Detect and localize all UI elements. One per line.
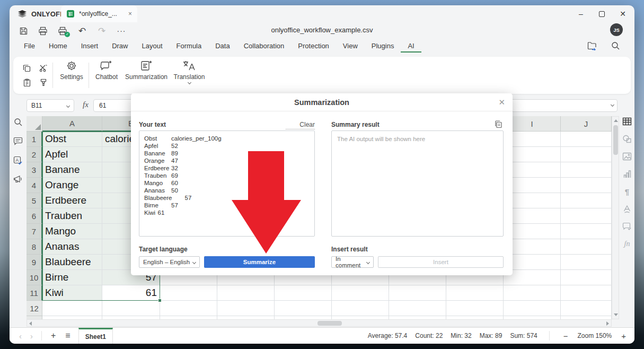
row-header-2[interactable]: 2 bbox=[27, 147, 42, 162]
zoom-level[interactable]: Zoom 150% bbox=[578, 332, 612, 339]
cell-A4[interactable]: Orange bbox=[42, 178, 102, 193]
cell-J12[interactable] bbox=[561, 301, 612, 316]
sheet-list-button[interactable]: ≡ bbox=[60, 331, 75, 341]
cell-A9[interactable]: Blaubeere bbox=[42, 255, 102, 270]
row-header-1[interactable]: 1 bbox=[27, 132, 42, 147]
row-header-9[interactable]: 9 bbox=[27, 255, 42, 270]
column-header-J[interactable]: J bbox=[561, 116, 612, 132]
cell-A1[interactable]: Obst bbox=[42, 132, 102, 147]
menu-tab-insert[interactable]: Insert bbox=[74, 40, 105, 53]
ai-settings-button[interactable]: Settings bbox=[57, 60, 86, 81]
cell-J1[interactable] bbox=[561, 132, 612, 147]
user-avatar[interactable]: JS bbox=[610, 23, 623, 36]
scroll-down-icon[interactable] bbox=[614, 313, 618, 316]
search-icon[interactable] bbox=[610, 40, 621, 51]
cell-J3[interactable] bbox=[561, 162, 612, 178]
column-header-A[interactable]: A bbox=[42, 116, 102, 132]
copy-style-button[interactable] bbox=[38, 77, 49, 88]
cell-E11[interactable] bbox=[275, 285, 332, 301]
cell-J11[interactable] bbox=[561, 285, 612, 301]
clear-link[interactable]: Clear bbox=[286, 121, 315, 129]
row-header-5[interactable]: 5 bbox=[27, 193, 42, 208]
horizontal-scrollbar[interactable] bbox=[27, 319, 612, 327]
vertical-scroll-thumb[interactable] bbox=[613, 125, 618, 155]
menu-tab-draw[interactable]: Draw bbox=[105, 40, 135, 53]
cell-G11[interactable] bbox=[389, 285, 446, 301]
menu-tab-collaboration[interactable]: Collaboration bbox=[237, 40, 292, 53]
chatbot-button[interactable]: Chatbot bbox=[93, 60, 120, 81]
cell-A6[interactable]: Trauben bbox=[42, 208, 102, 224]
document-tab[interactable]: *onlyoffice_... × bbox=[61, 5, 137, 22]
cell-B11[interactable]: 61 bbox=[102, 285, 160, 301]
menu-tab-formula[interactable]: Formula bbox=[170, 40, 209, 53]
cell-J7[interactable] bbox=[561, 224, 612, 239]
row-header-3[interactable]: 3 bbox=[27, 162, 42, 178]
cell-J2[interactable] bbox=[561, 147, 612, 162]
menu-tab-ai[interactable]: AI bbox=[401, 40, 421, 53]
cell-F12[interactable] bbox=[332, 301, 389, 316]
menu-tab-home[interactable]: Home bbox=[42, 40, 74, 53]
cell-H11[interactable] bbox=[446, 285, 504, 301]
comments-icon[interactable] bbox=[13, 136, 23, 146]
menu-tab-protection[interactable]: Protection bbox=[291, 40, 336, 53]
dialog-header[interactable]: Summarization ✕ bbox=[131, 93, 513, 111]
row-header-7[interactable]: 7 bbox=[27, 224, 42, 239]
row-header-4[interactable]: 4 bbox=[27, 178, 42, 193]
scroll-left-icon[interactable] bbox=[29, 321, 32, 326]
cell-I12[interactable] bbox=[504, 301, 561, 316]
chart-settings-icon[interactable] bbox=[622, 169, 632, 179]
cell-D11[interactable] bbox=[217, 285, 275, 301]
close-window-button[interactable]: ✕ bbox=[619, 10, 627, 18]
menu-tab-view[interactable]: View bbox=[336, 40, 365, 53]
cell-D12[interactable] bbox=[217, 301, 275, 316]
row-header-12[interactable]: 12 bbox=[27, 301, 42, 316]
row-header-6[interactable]: 6 bbox=[27, 208, 42, 224]
menu-tab-plugins[interactable]: Plugins bbox=[365, 40, 401, 53]
copy-button[interactable] bbox=[22, 63, 32, 74]
slicer-settings-icon[interactable] bbox=[622, 221, 632, 232]
paragraph-settings-icon[interactable]: ¶ bbox=[622, 186, 632, 197]
cell-J5[interactable] bbox=[561, 193, 612, 208]
feedback-icon[interactable] bbox=[13, 174, 23, 185]
cell-J9[interactable] bbox=[561, 255, 612, 270]
minimize-button[interactable]: – bbox=[577, 10, 585, 18]
scroll-right-icon[interactable] bbox=[606, 321, 609, 326]
spellcheck-icon[interactable]: A bbox=[13, 155, 23, 165]
row-header-10[interactable]: 10 bbox=[27, 270, 42, 285]
your-text-input[interactable]: Obst calories_per_100g Apfel 52 Banane 8… bbox=[139, 130, 315, 237]
add-sheet-button[interactable]: + bbox=[46, 331, 60, 341]
menu-tab-data[interactable]: Data bbox=[208, 40, 236, 53]
vertical-scrollbar[interactable] bbox=[612, 116, 619, 319]
chevron-down-icon[interactable] bbox=[187, 81, 191, 84]
cell-C11[interactable] bbox=[160, 285, 217, 301]
find-icon[interactable] bbox=[13, 117, 23, 127]
cell-A3[interactable]: Banane bbox=[42, 162, 102, 178]
row-header-8[interactable]: 8 bbox=[27, 239, 42, 255]
cell-J8[interactable] bbox=[561, 239, 612, 255]
cell-J4[interactable] bbox=[561, 178, 612, 193]
cell-A7[interactable]: Mango bbox=[42, 224, 102, 239]
translation-button[interactable]: Translation bbox=[172, 60, 206, 84]
language-select[interactable]: English – English bbox=[139, 256, 200, 268]
cell-A10[interactable]: Birne bbox=[42, 270, 102, 285]
fill-handle[interactable] bbox=[158, 299, 162, 302]
shape-settings-icon[interactable] bbox=[622, 134, 632, 144]
cell-C12[interactable] bbox=[160, 301, 217, 316]
zoom-out-button[interactable]: − bbox=[561, 331, 570, 341]
zoom-in-button[interactable]: + bbox=[619, 331, 628, 341]
insert-button[interactable]: Insert bbox=[378, 256, 504, 268]
dialog-close-icon[interactable]: ✕ bbox=[498, 93, 505, 111]
cell-B12[interactable] bbox=[102, 301, 160, 316]
menu-tab-layout[interactable]: Layout bbox=[135, 40, 170, 53]
copy-result-icon[interactable] bbox=[494, 120, 502, 128]
tab-close-icon[interactable]: × bbox=[128, 10, 132, 18]
expand-formula-bar-icon[interactable] bbox=[611, 103, 614, 107]
maximize-button[interactable] bbox=[599, 11, 605, 17]
row-header-11[interactable]: 11 bbox=[27, 285, 42, 301]
sheet-tab-sheet1[interactable]: Sheet1 bbox=[78, 328, 113, 344]
summarization-button[interactable]: Summarization bbox=[123, 60, 169, 81]
cell-I11[interactable] bbox=[504, 285, 561, 301]
next-sheet-button[interactable]: › bbox=[26, 331, 37, 341]
cell-E12[interactable] bbox=[275, 301, 332, 316]
summary-result-box[interactable]: The AI output will be shown here bbox=[331, 130, 504, 237]
